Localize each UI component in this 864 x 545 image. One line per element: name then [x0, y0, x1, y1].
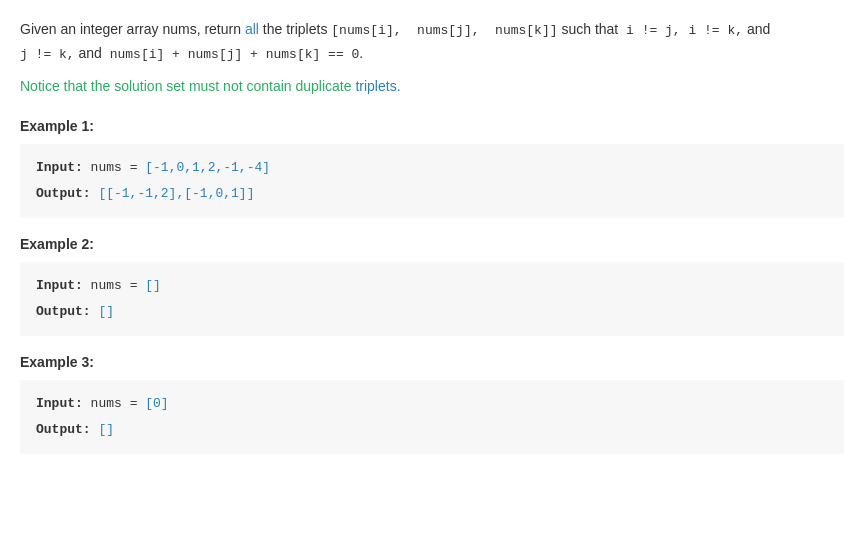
sum-code: nums[i] + nums[j] + nums[k] == 0: [102, 47, 359, 62]
example1-output-value: [[-1,-1,2],[-1,0,1]]: [91, 186, 255, 201]
comma2: ,: [735, 23, 743, 38]
example1-input-label: Input:: [36, 160, 83, 175]
notice-text: Notice that the solution set must not co…: [20, 78, 355, 94]
triplets-code: [nums[i], nums[j], nums[k]]: [331, 23, 557, 38]
example2-input-line: Input: nums = []: [36, 274, 828, 298]
example1-input-value: [-1,0,1,2,-1,-4]: [137, 160, 270, 175]
example2-title: Example 2:: [20, 236, 844, 252]
example1-output-line: Output: [[-1,-1,2],[-1,0,1]]: [36, 182, 828, 206]
example3-output-line: Output: []: [36, 418, 828, 442]
desc-start: Given an integer array nums, return: [20, 21, 245, 37]
example2-input-value: []: [137, 278, 160, 293]
triplets-link: triplets.: [355, 78, 400, 94]
example2-input-var: nums: [83, 278, 122, 293]
example1-input-line: Input: nums = [-1,0,1,2,-1,-4]: [36, 156, 828, 180]
examples-container: Example 1: Input: nums = [-1,0,1,2,-1,-4…: [20, 118, 844, 454]
condition1: i != j: [618, 23, 673, 38]
notice-line: Notice that the solution set must not co…: [20, 78, 844, 94]
such-that: such that: [558, 21, 619, 37]
comma3: ,: [67, 47, 75, 62]
and1: and: [743, 21, 770, 37]
example3-block: Input: nums = [0] Output: []: [20, 380, 844, 454]
example3-output-value: []: [91, 422, 114, 437]
example3-input-value: [0]: [137, 396, 168, 411]
comma1: ,: [673, 23, 681, 38]
and2: and: [75, 45, 102, 61]
all-highlight: all: [245, 21, 259, 37]
problem-description: Given an integer array nums, return all …: [20, 18, 844, 66]
example2-input-equals: =: [122, 278, 138, 293]
example2-output-label: Output:: [36, 304, 91, 319]
example2-block: Input: nums = [] Output: []: [20, 262, 844, 336]
example1-input-var: nums: [83, 160, 122, 175]
condition2: i != k: [681, 23, 736, 38]
example3-input-line: Input: nums = [0]: [36, 392, 828, 416]
condition3: j != k: [20, 47, 67, 62]
example1-output-label: Output:: [36, 186, 91, 201]
example3-input-equals: =: [122, 396, 138, 411]
example2-output-line: Output: []: [36, 300, 828, 324]
example3-title: Example 3:: [20, 354, 844, 370]
example1-title: Example 1:: [20, 118, 844, 134]
example2-input-label: Input:: [36, 278, 83, 293]
example3-output-label: Output:: [36, 422, 91, 437]
example2-output-value: []: [91, 304, 114, 319]
example1-block: Input: nums = [-1,0,1,2,-1,-4] Output: […: [20, 144, 844, 218]
example3-input-label: Input:: [36, 396, 83, 411]
period: .: [359, 45, 363, 61]
example3-input-var: nums: [83, 396, 122, 411]
example1-input-equals: =: [122, 160, 138, 175]
desc-mid: the triplets: [259, 21, 331, 37]
